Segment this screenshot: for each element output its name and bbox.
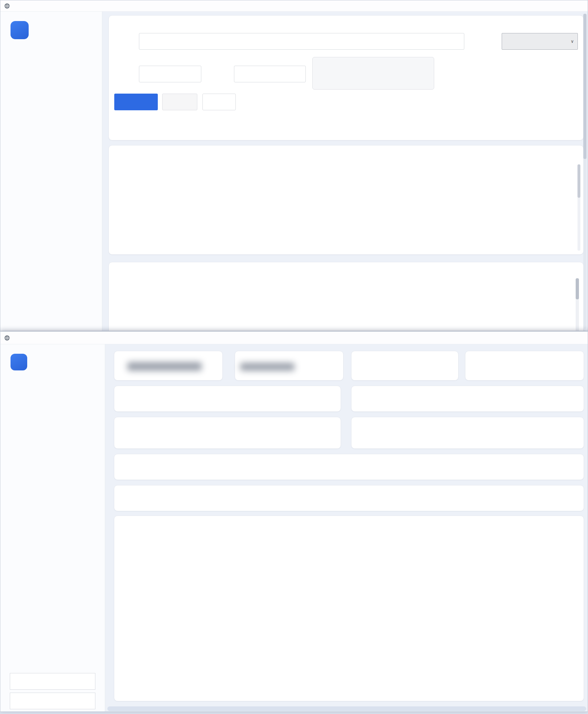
window-host-scan: ∨ <box>0 0 588 331</box>
maximize-button[interactable] <box>554 0 571 11</box>
scan-status-box <box>312 57 434 90</box>
os-card <box>114 386 341 412</box>
window-overview <box>0 331 588 712</box>
nic-card <box>114 485 584 511</box>
maximize-button[interactable] <box>554 332 571 344</box>
brand <box>11 354 33 370</box>
memory-card <box>114 417 341 449</box>
gpu-card <box>351 417 584 449</box>
results-scrollbar[interactable] <box>576 278 579 331</box>
main-area: ∨ <box>102 12 588 331</box>
range-input[interactable] <box>139 33 464 50</box>
about-author-button[interactable] <box>10 693 95 709</box>
threads-input[interactable] <box>234 66 306 82</box>
heatmap-card <box>108 145 584 255</box>
titlebar[interactable] <box>0 332 588 344</box>
blurred-text <box>127 362 202 371</box>
disk-card <box>114 454 584 480</box>
brand <box>11 21 34 39</box>
mode-select[interactable]: ∨ <box>502 33 578 50</box>
scan-params-card: ∨ <box>108 15 584 140</box>
main-vertical-scrollbar[interactable] <box>583 14 587 329</box>
minimize-button[interactable] <box>538 0 554 11</box>
minimize-button[interactable] <box>538 332 554 344</box>
close-button[interactable] <box>571 0 588 11</box>
close-button[interactable] <box>571 332 588 344</box>
usage-help-button[interactable] <box>10 673 95 690</box>
chevron-down-icon: ∨ <box>571 39 574 44</box>
sidebar <box>0 344 105 712</box>
horizontal-scrollbar[interactable] <box>107 706 586 711</box>
cpu-card <box>351 386 584 412</box>
clear-button[interactable] <box>202 94 236 110</box>
window-controls <box>538 332 588 344</box>
scan-results-card <box>108 262 584 331</box>
timeout-input[interactable] <box>139 66 201 82</box>
app-globe-icon <box>4 335 10 341</box>
traffic-chart-card <box>114 516 584 701</box>
titlebar[interactable] <box>0 0 588 12</box>
sidebar <box>0 12 102 331</box>
upload-speed-card <box>351 351 459 381</box>
redacted-host-card <box>114 351 223 381</box>
stop-button[interactable] <box>162 94 197 110</box>
app-globe-icon <box>4 3 10 9</box>
app-logo <box>11 354 27 370</box>
download-speed-card <box>465 351 584 381</box>
traffic-line-chart <box>122 577 576 686</box>
start-scan-button[interactable] <box>114 94 158 110</box>
redacted-ip-card <box>235 351 344 381</box>
blurred-text <box>240 363 295 371</box>
window-controls <box>538 0 588 11</box>
main-area <box>105 344 588 712</box>
app-logo <box>11 21 29 39</box>
heatmap-scrollbar[interactable] <box>577 164 580 251</box>
